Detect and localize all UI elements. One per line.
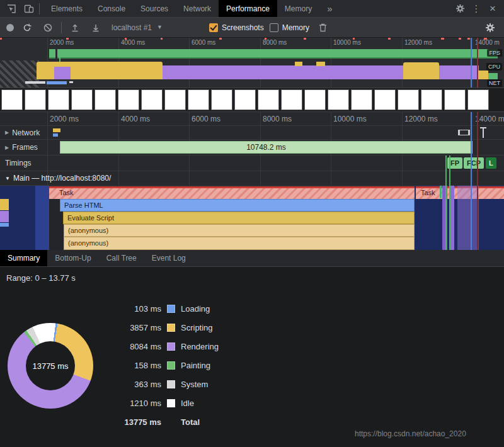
long-task-mark [388, 38, 391, 40]
overview[interactable]: FPS CPU NET 2000 ms4000 ms6000 ms8000 ms… [0, 38, 504, 88]
screenshot-thumb[interactable] [374, 89, 396, 110]
tab-elements[interactable]: Elements [43, 0, 90, 17]
range-handle-band[interactable] [35, 186, 49, 250]
collapse-arrow-icon[interactable]: ▼ [5, 176, 10, 181]
reload-and-record-icon[interactable] [20, 20, 35, 35]
screenshot-thumb[interactable] [351, 89, 372, 110]
tab-performance[interactable]: Performance [219, 0, 277, 17]
trash-icon[interactable] [315, 20, 330, 35]
ruler-tick-label: 4000 ms [121, 115, 150, 123]
tab-memory[interactable]: Memory [277, 0, 319, 17]
screenshot-thumb[interactable] [71, 89, 93, 110]
flame-bar-label: (anonymous) [68, 239, 108, 247]
tab-network[interactable]: Network [176, 0, 219, 17]
screenshot-thumb[interactable] [211, 89, 232, 110]
tab-sources[interactable]: Sources [133, 0, 176, 17]
screenshot-thumb[interactable] [48, 89, 69, 110]
screenshots-label: Screenshots [222, 23, 264, 32]
main-thread-track-header[interactable]: ▼ Main — http://localhost:8080/ [0, 171, 504, 186]
flame-bar-label: Task [59, 189, 74, 196]
tab-bottom-up[interactable]: Bottom-Up [47, 250, 98, 266]
screenshot-thumb[interactable] [141, 89, 163, 110]
legend-value: 363 ms [121, 380, 161, 389]
expand-arrow-icon[interactable]: ▶ [5, 145, 9, 150]
profile-select[interactable]: localhost #1 ▼ [109, 23, 203, 32]
network-track-header[interactable]: ▶ Network [5, 128, 40, 137]
screenshot-thumb[interactable] [1, 89, 23, 110]
record-button[interactable] [6, 24, 14, 31]
legend-row-system: 363 ms System [121, 378, 219, 391]
capture-settings-gear-icon[interactable] [483, 20, 498, 35]
screenshot-thumb[interactable] [118, 89, 139, 110]
device-toolbar-icon[interactable] [21, 1, 37, 16]
close-icon[interactable]: × [485, 1, 500, 16]
legend-row-rendering: 8084 ms Rendering [121, 340, 219, 353]
screenshot-thumb[interactable] [188, 89, 209, 110]
network-request-ibeam[interactable] [483, 127, 484, 138]
overview-tick-label: 4000 ms [121, 39, 145, 46]
kebab-menu-icon[interactable]: ⋮ [469, 1, 484, 16]
timings-track[interactable]: Timings FP FCP L [0, 156, 504, 171]
flame-evaluate-script-bar[interactable]: Evaluate Script [63, 212, 415, 224]
screenshot-thumb[interactable] [421, 89, 442, 110]
overview-tick-label: 8000 ms [263, 39, 287, 46]
cpu-rendering-notch [54, 67, 71, 79]
tab-label: Bottom-Up [55, 254, 91, 263]
network-track[interactable]: ▶ Network [0, 126, 504, 140]
more-tabs-button[interactable]: » [319, 0, 340, 17]
flame-anonymous-bar[interactable]: (anonymous) [64, 224, 415, 237]
legend-swatch [167, 361, 175, 370]
screenshot-thumb[interactable] [25, 89, 46, 110]
memory-toggle[interactable]: Memory [270, 23, 309, 32]
tab-console[interactable]: Console [90, 0, 133, 17]
tracks-wrapper: 2000 ms4000 ms6000 ms8000 ms10000 ms1200… [0, 112, 504, 250]
overview-tick-label: 14000 m [475, 39, 500, 46]
screenshot-thumb[interactable] [467, 89, 489, 110]
frames-track-header[interactable]: ▶ Frames [5, 143, 38, 152]
ruler-tick-label: 14000 m [475, 115, 504, 123]
screenshot-thumb[interactable] [281, 89, 302, 110]
fps-track-label: FPS [487, 49, 502, 57]
main-ruler: 2000 ms4000 ms6000 ms8000 ms10000 ms1200… [0, 112, 504, 126]
screenshot-thumb[interactable] [398, 89, 419, 110]
network-request-bar[interactable] [53, 133, 58, 137]
screenshot-thumb[interactable] [258, 89, 279, 110]
cpu-track-label: CPU [486, 63, 502, 71]
fcp-badge[interactable]: FCP [464, 157, 484, 169]
long-task-mark [219, 38, 222, 40]
frames-track[interactable]: ▶ Frames 10748.2 ms [0, 140, 504, 156]
inspect-element-icon[interactable] [4, 1, 19, 16]
screenshot-thumb[interactable] [234, 89, 256, 110]
load-profile-icon[interactable] [67, 20, 83, 35]
grid-line [402, 38, 403, 88]
flame-chart[interactable]: Task Task Parse HTML Evaluate Script (an… [0, 186, 504, 250]
tab-event-log[interactable]: Event Log [144, 250, 193, 266]
frame-duration-bar[interactable]: 10748.2 ms [60, 141, 472, 154]
overview-tick-label: 10000 ms [333, 39, 361, 46]
screenshots-toggle[interactable]: Screenshots [209, 23, 264, 32]
flame-anonymous-bar-2[interactable]: (anonymous) [64, 237, 415, 250]
flame-parse-html-bar[interactable]: Parse HTML [60, 199, 415, 212]
save-profile-icon[interactable] [88, 20, 103, 35]
expand-arrow-icon[interactable]: ▶ [5, 130, 9, 135]
load-marker-line [477, 112, 478, 250]
timings-track-header[interactable]: Timings [5, 159, 32, 167]
flame-task-bar[interactable]: Task [49, 186, 415, 199]
screenshot-thumb[interactable] [164, 89, 186, 110]
network-request-capsule[interactable] [458, 130, 470, 135]
screenshot-thumb[interactable] [444, 89, 466, 110]
tab-call-tree[interactable]: Call Tree [99, 250, 144, 266]
flame-green-sliver [440, 186, 442, 198]
screenshots-checkbox[interactable] [209, 23, 218, 32]
load-badge[interactable]: L [486, 157, 496, 169]
screenshot-thumb[interactable] [328, 89, 349, 110]
ruler-tick-label: 10000 ms [333, 115, 367, 123]
network-request-bar[interactable] [53, 128, 60, 132]
clear-recording-icon[interactable] [40, 20, 55, 35]
screenshot-thumb[interactable] [304, 89, 326, 110]
memory-checkbox[interactable] [270, 23, 278, 32]
legend-row-idle: 1210 ms Idle [121, 397, 219, 410]
settings-gear-icon[interactable] [452, 1, 467, 16]
screenshot-thumb[interactable] [94, 89, 116, 110]
tab-summary[interactable]: Summary [0, 250, 47, 266]
